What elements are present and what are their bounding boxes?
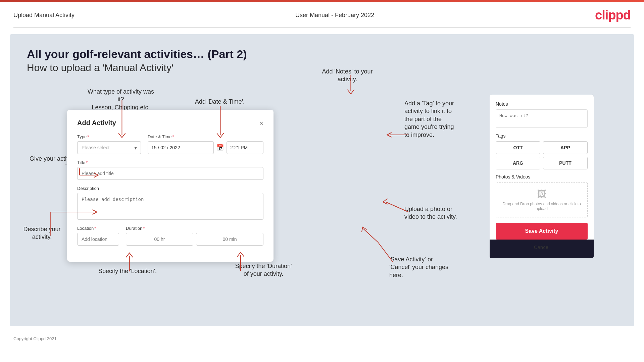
- duration-group: Duration*: [126, 226, 263, 246]
- date-input[interactable]: [148, 141, 214, 154]
- annotation-date: Add 'Date & Time'.: [191, 98, 248, 106]
- location-group: Location*: [77, 226, 119, 246]
- annotation-location: Specify the 'Location'.: [97, 267, 158, 275]
- date-time-inputs: 📅: [148, 141, 263, 154]
- add-activity-dialog: Add Activity × Type* Please select Date …: [67, 110, 274, 262]
- type-date-row: Type* Please select Date & Time* 📅: [77, 134, 263, 154]
- cancel-button[interactable]: Cancel: [490, 240, 594, 255]
- photo-drop-text: Drag and Drop photos and videos or click…: [502, 202, 581, 211]
- copyright: Copyright Clippd 2021: [13, 336, 57, 341]
- photo-icon: 🖼: [499, 189, 584, 200]
- close-button[interactable]: ×: [259, 120, 263, 126]
- description-row: Description: [77, 186, 263, 220]
- type-select[interactable]: Please select: [77, 141, 141, 154]
- tag-arg[interactable]: ARG: [496, 157, 540, 169]
- location-duration-row: Location* Duration*: [77, 226, 263, 246]
- logo: clippd: [595, 8, 631, 22]
- annotation-what-type: What type of activity was it?Lesson, Chi…: [87, 88, 154, 111]
- manual-title: User Manual - February 2022: [295, 12, 374, 19]
- duration-min-input[interactable]: [196, 233, 263, 246]
- phone-panel: Notes Tags OTT APP ARG PUTT Photos & Vid…: [490, 95, 594, 258]
- date-time-label: Date & Time*: [148, 134, 263, 139]
- footer: Copyright Clippd 2021: [0, 333, 644, 345]
- phone-inner: Notes Tags OTT APP ARG PUTT Photos & Vid…: [490, 95, 594, 240]
- dialog-header: Add Activity ×: [77, 119, 263, 127]
- type-group: Type* Please select: [77, 134, 141, 154]
- save-activity-button[interactable]: Save Activity: [496, 223, 588, 240]
- tag-app[interactable]: APP: [543, 141, 588, 154]
- title-group: Title*: [77, 160, 263, 180]
- duration-inputs: [126, 233, 263, 246]
- header: Upload Manual Activity User Manual - Feb…: [0, 2, 644, 27]
- tags-label: Tags: [496, 133, 588, 139]
- description-textarea[interactable]: [77, 193, 263, 220]
- photos-label: Photos & Videos: [496, 174, 588, 179]
- annotation-upload: Upload a photo orvideo to the activity.: [404, 205, 485, 221]
- title-input[interactable]: [77, 167, 263, 180]
- annotation-notes: Add 'Notes' to youractivity.: [305, 68, 389, 84]
- description-label: Description: [77, 186, 263, 191]
- time-input[interactable]: [227, 141, 263, 154]
- svg-line-12: [363, 229, 378, 242]
- description-group: Description: [77, 186, 263, 220]
- annotation-describe: Describe youractivity.: [13, 225, 70, 241]
- page-title: Upload Manual Activity: [13, 12, 75, 19]
- date-time-group: Date & Time* 📅: [148, 134, 263, 154]
- dialog-title: Add Activity: [77, 119, 116, 127]
- calendar-icon: 📅: [216, 144, 224, 151]
- main-title: All your golf-relevant activities… (Part…: [27, 48, 617, 61]
- annotation-tag: Add a 'Tag' to youractivity to link it t…: [404, 100, 495, 139]
- tags-grid: OTT APP ARG PUTT: [496, 141, 588, 169]
- annotation-duration: Specify the 'Duration'of your activity.: [225, 262, 302, 278]
- location-label: Location*: [77, 226, 119, 231]
- main-content: All your golf-relevant activities… (Part…: [10, 34, 634, 326]
- phone-bottom: Cancel: [490, 240, 594, 258]
- location-input[interactable]: [77, 233, 119, 246]
- type-select-wrapper: Please select: [77, 141, 141, 154]
- photo-drop-zone[interactable]: 🖼 Drag and Drop photos and videos or cli…: [496, 182, 588, 217]
- title-label: Title*: [77, 160, 263, 165]
- duration-hr-input[interactable]: [126, 233, 193, 246]
- title-row: Title*: [77, 160, 263, 180]
- header-divider: [13, 27, 631, 28]
- notes-textarea[interactable]: [496, 109, 588, 128]
- type-label: Type*: [77, 134, 141, 139]
- tag-ott[interactable]: OTT: [496, 141, 540, 154]
- notes-label: Notes: [496, 101, 588, 107]
- tag-putt[interactable]: PUTT: [543, 157, 588, 169]
- duration-label: Duration*: [126, 226, 263, 231]
- annotation-save: 'Save Activity' or'Cancel' your changesh…: [389, 256, 480, 279]
